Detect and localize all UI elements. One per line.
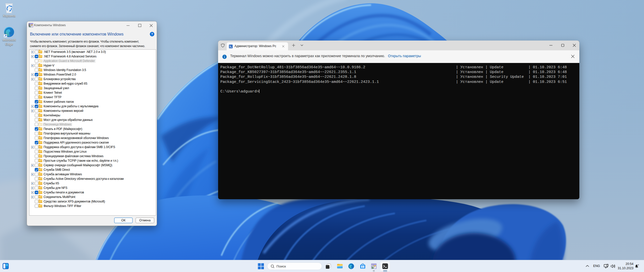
svg-text:?: ? [151,32,153,36]
